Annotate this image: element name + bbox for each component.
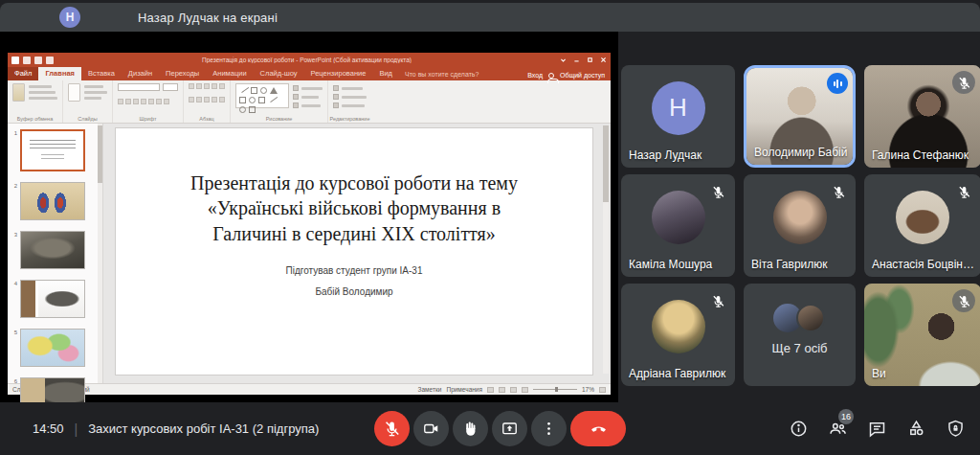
raise-hand-button[interactable]: [453, 411, 488, 446]
slideshow-view-icon[interactable]: [522, 387, 528, 393]
justify-icon[interactable]: [212, 97, 217, 102]
slide-author[interactable]: Бабій Володимир: [116, 286, 592, 297]
select-icon[interactable]: [333, 102, 339, 108]
participant-tile[interactable]: Галина Стефанюк: [864, 65, 980, 168]
bullets-icon[interactable]: [189, 83, 194, 89]
participant-name: Ви: [872, 367, 886, 380]
text-direction-icon[interactable]: [219, 83, 225, 89]
slide-thumbnail-3[interactable]: [20, 231, 85, 269]
participant-tile[interactable]: Каміла Мошура: [621, 174, 735, 277]
paste-icon[interactable]: [12, 83, 25, 102]
participant-tile[interactable]: Віта Гаврилюк: [744, 174, 856, 277]
new-slide-icon[interactable]: [68, 83, 80, 102]
tell-me-assistant[interactable]: Что вы хотите сделать?: [399, 69, 484, 80]
restore-icon[interactable]: [587, 57, 593, 63]
activities-button[interactable]: [904, 418, 927, 441]
slide-thumbnail-5[interactable]: [20, 329, 85, 367]
columns-icon[interactable]: [219, 97, 225, 102]
tab-insert[interactable]: Вставка: [81, 67, 122, 80]
slide-subtitle[interactable]: Підготував студент групи ІА-31: [116, 265, 592, 276]
current-slide[interactable]: Презентація до курсової роботи на тему «…: [115, 127, 593, 375]
char-spacing-icon[interactable]: [156, 99, 162, 104]
participant-tile[interactable]: Володимир Бабій: [744, 65, 856, 168]
font-color-icon[interactable]: [164, 99, 169, 104]
participant-tile[interactable]: Н Назар Лудчак: [621, 65, 735, 168]
comments-button[interactable]: Примечания: [446, 386, 482, 393]
font-size-combobox[interactable]: [163, 83, 178, 91]
align-left-icon[interactable]: [189, 97, 194, 102]
overflow-tile[interactable]: Ще 7 осіб: [744, 284, 856, 386]
align-right-icon[interactable]: [204, 97, 210, 102]
more-options-button[interactable]: [531, 411, 567, 446]
shape-fill-icon[interactable]: [293, 102, 299, 108]
slide-canvas[interactable]: Презентація до курсової роботи на тему «…: [103, 124, 611, 383]
font-name-combobox[interactable]: [118, 83, 160, 91]
shapes-gallery[interactable]: [235, 83, 289, 108]
present-screen-button[interactable]: [492, 411, 527, 446]
reading-view-icon[interactable]: [510, 387, 517, 393]
minimize-icon[interactable]: [573, 57, 580, 63]
presenting-banner-text: Назар Лудчак на екрані: [138, 11, 278, 25]
tab-animations[interactable]: Анимации: [206, 67, 253, 80]
host-controls-button[interactable]: [944, 418, 967, 441]
mic-mute-button[interactable]: [374, 411, 410, 446]
meeting-details-button[interactable]: [787, 418, 810, 441]
chat-button[interactable]: [865, 418, 888, 441]
ribbon-group-clipboard[interactable]: Буфер обмена: [8, 80, 63, 123]
underline-icon[interactable]: [133, 99, 139, 104]
save-icon[interactable]: [23, 57, 31, 64]
slide-thumbnail-2[interactable]: [20, 182, 85, 220]
audio-indicator-icon: [827, 73, 848, 94]
tab-review[interactable]: Рецензирование: [304, 67, 373, 80]
ribbon-options-icon[interactable]: [560, 57, 567, 63]
ribbon-group-drawing[interactable]: Рисование: [231, 80, 328, 123]
slide-thumbnail-4[interactable]: [20, 280, 85, 318]
numbering-icon[interactable]: [196, 83, 202, 89]
participants-button[interactable]: 16: [826, 418, 849, 441]
end-call-button[interactable]: [570, 411, 626, 446]
ribbon-group-editing[interactable]: Редактирование: [328, 80, 371, 123]
shadow-icon[interactable]: [148, 99, 154, 104]
participant-tile[interactable]: Анастасія Боцвін…: [864, 174, 980, 277]
close-icon[interactable]: [600, 57, 607, 63]
italic-icon[interactable]: [125, 99, 131, 104]
tab-file[interactable]: Файл: [8, 67, 38, 80]
slideshow-icon[interactable]: [46, 57, 54, 64]
tab-view[interactable]: Вид: [372, 67, 399, 80]
quick-access-toolbar[interactable]: [11, 57, 54, 64]
divider: |: [75, 421, 78, 437]
slide-title[interactable]: Презентація до курсової роботи на тему «…: [116, 171, 592, 246]
arrange-icon[interactable]: [293, 85, 299, 91]
zoom-slider[interactable]: [533, 389, 577, 390]
slide-thumbnail-1[interactable]: [20, 129, 85, 171]
normal-view-icon[interactable]: [487, 387, 494, 393]
camera-button[interactable]: [413, 411, 449, 446]
ribbon-group-paragraph[interactable]: Абзац: [184, 80, 231, 123]
notes-button[interactable]: Заметки: [418, 386, 442, 393]
canvas-scrollbar[interactable]: [603, 125, 609, 374]
mic-off-icon: [706, 289, 729, 312]
ribbon-group-slides[interactable]: Слайды: [63, 80, 113, 123]
self-tile[interactable]: Ви: [864, 284, 980, 386]
strikethrough-icon[interactable]: [141, 99, 146, 104]
sign-in-link[interactable]: Вход: [527, 72, 543, 79]
quick-styles-icon[interactable]: [293, 94, 299, 100]
thumbnail-scrollbar[interactable]: [98, 124, 102, 383]
tab-design[interactable]: Дизайн: [122, 67, 159, 80]
undo-icon[interactable]: [34, 57, 42, 64]
fit-to-window-icon[interactable]: [599, 387, 606, 393]
find-icon[interactable]: [333, 85, 339, 91]
zoom-level[interactable]: 17%: [582, 386, 594, 393]
indent-icon[interactable]: [204, 83, 210, 89]
ribbon-group-font[interactable]: Шрифт: [113, 80, 184, 123]
tab-home[interactable]: Главная: [38, 67, 81, 80]
share-link[interactable]: Общий доступ: [560, 72, 605, 79]
participant-tile[interactable]: Адріана Гаврилюк: [621, 284, 735, 386]
align-center-icon[interactable]: [196, 97, 202, 102]
tab-transitions[interactable]: Переходы: [159, 67, 206, 80]
bold-icon[interactable]: [118, 99, 123, 104]
tab-slideshow[interactable]: Слайд-шоу: [254, 67, 304, 80]
slide-sorter-icon[interactable]: [499, 387, 505, 393]
line-spacing-icon[interactable]: [212, 83, 217, 89]
replace-icon[interactable]: [333, 94, 339, 100]
